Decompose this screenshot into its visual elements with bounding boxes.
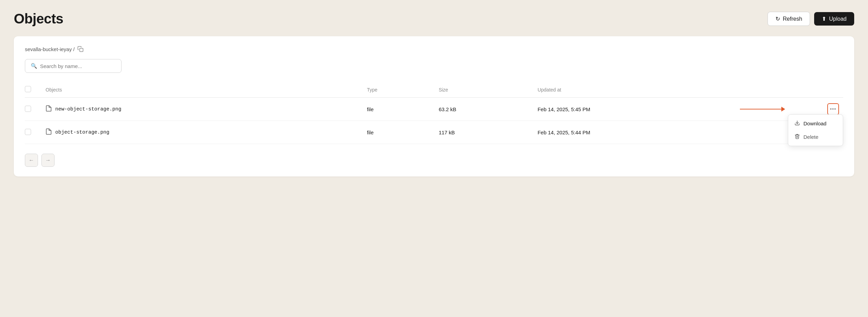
- table-row: new-object-storage.png file 63.2 kB Feb …: [25, 98, 843, 121]
- refresh-button[interactable]: ↻ Refresh: [768, 12, 810, 26]
- row-type-cell: file: [363, 98, 435, 121]
- more-options-button[interactable]: ···: [827, 103, 839, 115]
- objects-table: Objects Type Size Updated at: [25, 83, 843, 144]
- refresh-icon: ↻: [775, 16, 780, 22]
- search-icon: 🔍: [31, 63, 37, 69]
- arrow-head: [781, 107, 785, 112]
- row-checkbox-cell: [25, 121, 41, 144]
- file-icon: [46, 128, 52, 137]
- row-checkbox-cell: [25, 98, 41, 121]
- next-icon: →: [45, 157, 51, 163]
- prev-icon: ←: [29, 157, 34, 163]
- select-all-checkbox[interactable]: [25, 86, 31, 92]
- search-bar: 🔍: [25, 59, 122, 73]
- row-updated-cell: Feb 14, 2025, 5:45 PM: [533, 98, 766, 121]
- svg-rect-0: [80, 48, 83, 52]
- row-size-cell: 63.2 kB: [435, 98, 533, 121]
- col-checkbox: [25, 83, 41, 98]
- copy-icon[interactable]: [77, 46, 84, 52]
- arrow-line: [740, 109, 781, 110]
- col-updated-at: Updated at: [533, 83, 766, 98]
- row-updated-cell: Feb 14, 2025, 5:44 PM: [533, 121, 766, 144]
- next-page-button[interactable]: →: [41, 154, 55, 167]
- col-size: Size: [435, 83, 533, 98]
- col-actions: [766, 83, 843, 98]
- table-row: object-storage.png file 117 kB Feb 14, 2…: [25, 121, 843, 144]
- breadcrumb-text: sevalla-bucket-ieyay /: [25, 46, 75, 52]
- page-header: Objects ↻ Refresh ⬆ Upload: [14, 11, 854, 27]
- upload-button[interactable]: ⬆ Upload: [814, 12, 854, 26]
- row-size-cell: 117 kB: [435, 121, 533, 144]
- page-title: Objects: [14, 11, 63, 27]
- delete-menu-item[interactable]: Delete: [788, 130, 843, 144]
- download-menu-item[interactable]: Download: [788, 117, 843, 130]
- col-objects: Objects: [41, 83, 363, 98]
- row-name-cell: object-storage.png: [41, 121, 363, 144]
- row-type-cell: file: [363, 121, 435, 144]
- pagination: ← →: [25, 154, 843, 167]
- header-actions: ↻ Refresh ⬆ Upload: [768, 12, 854, 26]
- table-header-row: Objects Type Size Updated at: [25, 83, 843, 98]
- download-icon: [794, 120, 800, 127]
- search-input[interactable]: [40, 63, 116, 69]
- row-checkbox[interactable]: [25, 106, 31, 112]
- row-actions-cell: ···: [766, 98, 843, 121]
- main-panel: sevalla-bucket-ieyay / 🔍 Objects Type: [14, 36, 854, 176]
- arrow-indicator: [740, 107, 785, 112]
- file-icon: [46, 105, 52, 114]
- dropdown-menu: Download: [788, 114, 843, 146]
- prev-page-button[interactable]: ←: [25, 154, 38, 167]
- upload-icon: ⬆: [822, 16, 826, 22]
- row-checkbox[interactable]: [25, 129, 31, 135]
- trash-icon: [794, 134, 800, 140]
- breadcrumb: sevalla-bucket-ieyay /: [25, 46, 843, 52]
- col-type: Type: [363, 83, 435, 98]
- row-name-cell: new-object-storage.png: [41, 98, 363, 121]
